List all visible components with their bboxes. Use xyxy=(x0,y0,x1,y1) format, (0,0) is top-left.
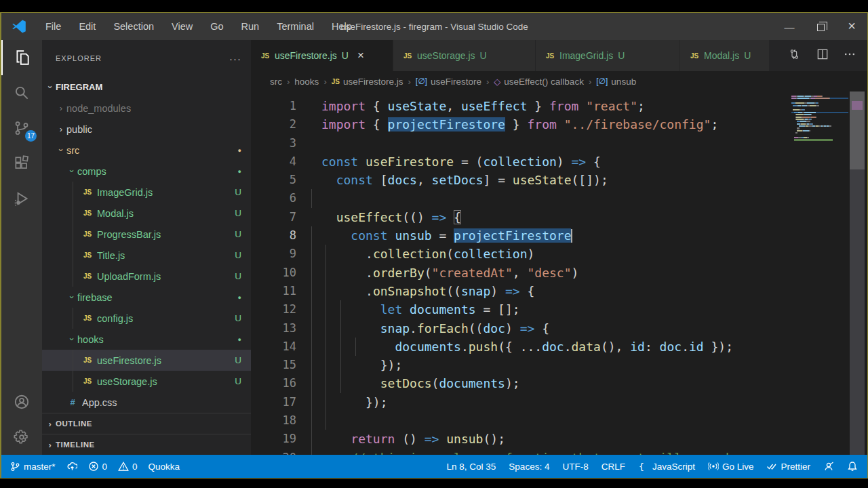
status-feedback[interactable] xyxy=(823,461,834,472)
tree-file-imagegrid-js[interactable]: JSImageGrid.jsU xyxy=(42,182,251,203)
minimize-button[interactable]: — xyxy=(774,13,805,40)
code-line[interactable]: 10 .orderBy("createdAt", "desc") xyxy=(251,264,867,282)
explorer-icon[interactable] xyxy=(1,40,42,75)
code-line[interactable]: 12 let documents = []; xyxy=(251,300,867,319)
code-line[interactable]: 16 setDocs(documents); xyxy=(251,374,867,392)
more-actions-icon[interactable] xyxy=(843,47,856,64)
indent-guide xyxy=(73,245,73,266)
code-line[interactable]: 17 }); xyxy=(251,393,867,411)
menu-edit[interactable]: Edit xyxy=(70,13,104,40)
split-editor-icon[interactable] xyxy=(816,47,829,64)
code-line[interactable]: 14 documents.push({ ...doc.data(), id: d… xyxy=(251,338,867,356)
code-line[interactable]: 6 xyxy=(251,189,867,207)
tab-usefirestore-js[interactable]: JSuseFirestore.jsU× xyxy=(251,40,393,71)
line-number: 19 xyxy=(251,430,296,448)
status-crlf[interactable]: CRLF xyxy=(601,462,625,472)
status-cloud-upload[interactable] xyxy=(66,461,77,472)
code-line[interactable]: 7 useEffect(() => { xyxy=(251,208,867,226)
tree-root-firegram[interactable]: › FIREGRAM xyxy=(42,77,251,98)
tab-imagegrid-js[interactable]: JSImageGrid.jsU xyxy=(536,40,680,71)
tree-file-progressbar-js[interactable]: JSProgressBar.jsU xyxy=(42,224,251,245)
extensions-icon[interactable] xyxy=(1,146,42,181)
menu-selection[interactable]: Selection xyxy=(104,13,163,40)
minimap-token xyxy=(804,114,812,115)
menu-go[interactable]: Go xyxy=(201,13,232,40)
status-0[interactable]: 0 xyxy=(88,461,108,472)
code-line[interactable]: 13 snap.forEach((doc) => { xyxy=(251,319,867,338)
status-go-live[interactable]: Go Live xyxy=(708,461,754,472)
section-timeline[interactable]: ›TIMELINE xyxy=(42,434,251,455)
tree-folder-comps[interactable]: ›comps● xyxy=(42,161,251,182)
status-prettier[interactable]: Prettier xyxy=(766,461,810,472)
tree-folder-node-modules[interactable]: ›node_modules xyxy=(42,98,251,119)
restore-button[interactable] xyxy=(805,13,836,40)
breadcrumb-label: src xyxy=(270,77,282,87)
menu-view[interactable]: View xyxy=(163,13,201,40)
minimap-token xyxy=(822,96,823,97)
breadcrumb-item[interactable]: src xyxy=(270,77,282,87)
code-line[interactable]: 15 }); xyxy=(251,356,867,374)
code-line[interactable]: 1import { useState, useEffect } from "re… xyxy=(251,97,867,115)
search-icon[interactable] xyxy=(1,75,42,110)
account-icon[interactable] xyxy=(1,384,42,420)
explorer-more-actions-icon[interactable]: ··· xyxy=(229,53,241,64)
menu-terminal[interactable]: Terminal xyxy=(268,13,323,40)
tree-folder-hooks[interactable]: ›hooks● xyxy=(42,329,251,350)
code-line[interactable]: 8 const unsub = projectFirestore xyxy=(251,226,867,245)
menu-file[interactable]: File xyxy=(37,13,70,40)
source-control-icon[interactable]: 17 xyxy=(1,110,42,146)
status-ln-8-col-35[interactable]: Ln 8, Col 35 xyxy=(447,462,496,472)
code-line[interactable]: 9 .collection(collection) xyxy=(251,245,867,263)
breadcrumb-item[interactable]: ◇useEffect() callback xyxy=(494,77,584,87)
git-status-badge: U xyxy=(235,229,241,239)
status-0[interactable]: 0 xyxy=(118,461,138,472)
close-button[interactable]: × xyxy=(836,13,867,40)
minimap-token xyxy=(797,96,803,97)
vertical-scrollbar[interactable] xyxy=(850,92,865,455)
breadcrumb-separator: › xyxy=(322,77,328,87)
settings-icon[interactable] xyxy=(1,420,42,455)
tree-file-title-js[interactable]: JSTitle.jsU xyxy=(42,245,251,266)
tree-file-app-css[interactable]: #App.css xyxy=(42,392,251,413)
minimap[interactable] xyxy=(791,96,848,142)
status-bell[interactable] xyxy=(847,461,858,472)
code-line[interactable]: 3 xyxy=(251,134,867,152)
code-token: ({ ... xyxy=(498,340,542,354)
code-line[interactable]: 18 xyxy=(251,411,867,430)
code-line[interactable]: 4const useFirestore = (collection) => { xyxy=(251,152,867,171)
tree-folder-firebase[interactable]: ›firebase● xyxy=(42,287,251,308)
code-line[interactable]: 20 // this is a cleanup function that re… xyxy=(251,449,867,455)
tab-close-icon[interactable]: × xyxy=(354,49,368,62)
code-editor[interactable]: 1import { useState, useEffect } from "re… xyxy=(251,92,867,455)
code-line[interactable]: 11 .onSnapshot((snap) => { xyxy=(251,282,867,300)
breadcrumb-item[interactable]: JSuseFirestore.js xyxy=(332,77,403,87)
js-file-icon: JS xyxy=(81,209,94,217)
open-changes-icon[interactable] xyxy=(789,47,802,64)
minimap-line xyxy=(791,117,848,118)
code-line[interactable]: 19 return () => unsub(); xyxy=(251,430,867,448)
tab-modal-js[interactable]: JSModal.jsU xyxy=(680,40,770,71)
code-line[interactable]: 2import { projectFirestore } from "../fi… xyxy=(251,115,867,134)
status-master-[interactable]: master* xyxy=(9,461,56,472)
menu-run[interactable]: Run xyxy=(233,13,269,40)
status-spaces-4[interactable]: Spaces: 4 xyxy=(509,462,549,472)
section-outline[interactable]: ›OUTLINE xyxy=(42,413,251,434)
tree-file-usestorage-js[interactable]: JSuseStorage.jsU xyxy=(42,371,251,392)
minimap-token xyxy=(796,119,804,120)
tab-usestorage-js[interactable]: JSuseStorage.jsU xyxy=(393,40,536,71)
tree-folder-public[interactable]: ›public xyxy=(42,119,251,140)
tree-file-config-js[interactable]: JSconfig.jsU xyxy=(42,308,251,329)
breadcrumb-item[interactable]: [∅]useFirestore xyxy=(416,77,481,87)
tree-file-modal-js[interactable]: JSModal.jsU xyxy=(42,203,251,224)
status-utf-8[interactable]: UTF-8 xyxy=(562,462,588,472)
run-debug-icon[interactable] xyxy=(1,181,42,216)
status-quokka[interactable]: Quokka xyxy=(149,462,180,472)
breadcrumb-item[interactable]: hooks xyxy=(294,77,319,87)
breadcrumb-item[interactable]: [∅]unsub xyxy=(596,77,636,87)
status-javascript[interactable]: { }JavaScript xyxy=(638,461,695,472)
tree-file-usefirestore-js[interactable]: JSuseFirestore.jsU xyxy=(42,350,251,371)
code-line[interactable]: 5 const [docs, setDocs] = useState([]); xyxy=(251,171,867,189)
chevron-down-icon: › xyxy=(45,82,56,93)
tree-file-uploadform-js[interactable]: JSUploadForm.jsU xyxy=(42,266,251,287)
tree-folder-src[interactable]: ›src● xyxy=(42,140,251,161)
